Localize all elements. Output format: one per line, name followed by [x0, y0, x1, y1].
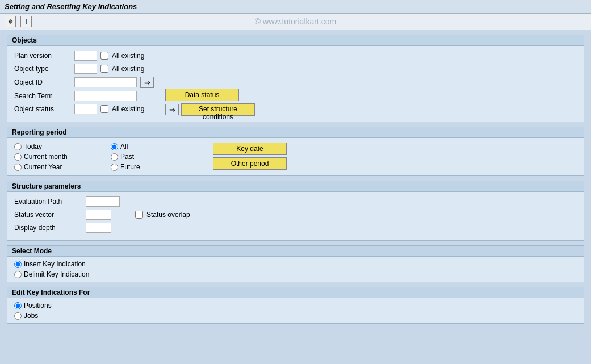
edit-header: Edit Key Indications For: [7, 287, 584, 298]
nav-icon[interactable]: ✵: [5, 16, 16, 27]
display-depth-input[interactable]: [86, 223, 111, 233]
eval-path-label: Evaluation Path: [14, 198, 82, 206]
edit-section: Edit Key Indications For Positions Jobs: [7, 287, 584, 324]
radio-delimit[interactable]: [14, 271, 22, 278]
radio-today[interactable]: [14, 143, 22, 150]
select-mode-section: Select Mode Insert Key Indication Delimi…: [7, 245, 584, 282]
object-type-checkbox[interactable]: [100, 65, 108, 73]
status-vector-input[interactable]: [86, 210, 111, 220]
plan-version-label: Plan version: [14, 52, 71, 60]
object-type-input[interactable]: [74, 64, 97, 74]
object-type-label: Object type: [14, 65, 71, 73]
current-year-label: Current Year: [24, 163, 62, 171]
object-status-all-existing: All existing: [112, 105, 144, 113]
today-label: Today: [24, 143, 42, 150]
object-id-arrow-btn[interactable]: ⇒: [140, 77, 154, 88]
radio-current-year[interactable]: [14, 164, 22, 171]
object-status-label: Object status: [14, 105, 71, 113]
set-structure-button[interactable]: Set structure conditions: [181, 103, 255, 116]
insert-label: Insert Key Indication: [24, 260, 86, 268]
plan-version-checkbox[interactable]: [100, 52, 108, 60]
data-status-button[interactable]: Data status: [165, 89, 239, 101]
reporting-section: Reporting period Today Current month Cur: [7, 127, 584, 176]
search-term-label: Search Term: [14, 92, 71, 100]
jobs-label: Jobs: [24, 312, 38, 320]
object-id-label: Object ID: [14, 78, 71, 86]
search-term-input[interactable]: [74, 91, 137, 101]
info-icon[interactable]: i: [20, 16, 32, 27]
toolbar: ✵ i © www.tutorialkart.com: [0, 14, 591, 30]
watermark: © www.tutorialkart.com: [255, 17, 336, 26]
set-structure-arrow[interactable]: ⇒: [165, 104, 179, 115]
select-mode-header: Select Mode: [7, 246, 584, 257]
delimit-label: Delimit Key Indication: [24, 270, 89, 278]
objects-section: Objects Plan version All existing Object…: [7, 35, 584, 122]
eval-path-input[interactable]: [86, 196, 120, 207]
object-status-checkbox[interactable]: [100, 105, 108, 113]
past-label: Past: [120, 153, 134, 161]
radio-all[interactable]: [111, 143, 118, 150]
reporting-header: Reporting period: [7, 127, 584, 138]
radio-positions[interactable]: [14, 302, 22, 309]
radio-current-month[interactable]: [14, 153, 22, 161]
radio-past[interactable]: [111, 153, 118, 161]
radio-future[interactable]: [111, 164, 118, 171]
current-month-label: Current month: [24, 153, 68, 161]
status-vector-label: Status vector: [14, 211, 82, 219]
objects-header: Objects: [7, 35, 584, 46]
structure-section: Structure parameters Evaluation Path Sta…: [7, 181, 584, 241]
radio-insert[interactable]: [14, 261, 22, 268]
title-bar: Setting and Resetting Key Indications: [0, 0, 591, 14]
status-overlap-checkbox[interactable]: [135, 211, 143, 219]
plan-version-all-existing: All existing: [112, 52, 144, 60]
display-depth-label: Display depth: [14, 224, 82, 232]
object-type-all-existing: All existing: [112, 65, 144, 73]
structure-header: Structure parameters: [7, 181, 584, 192]
object-status-input[interactable]: [74, 104, 97, 114]
page-title: Setting and Resetting Key Indications: [5, 2, 137, 11]
other-period-button[interactable]: Other period: [213, 157, 287, 170]
object-id-input[interactable]: [74, 77, 137, 87]
radio-jobs[interactable]: [14, 312, 22, 320]
positions-label: Positions: [24, 302, 52, 309]
plan-version-input[interactable]: [74, 51, 97, 61]
all-label: All: [120, 143, 128, 150]
status-overlap-label: Status overlap: [146, 211, 190, 219]
key-date-button[interactable]: Key date: [213, 143, 287, 155]
future-label: Future: [120, 163, 140, 171]
